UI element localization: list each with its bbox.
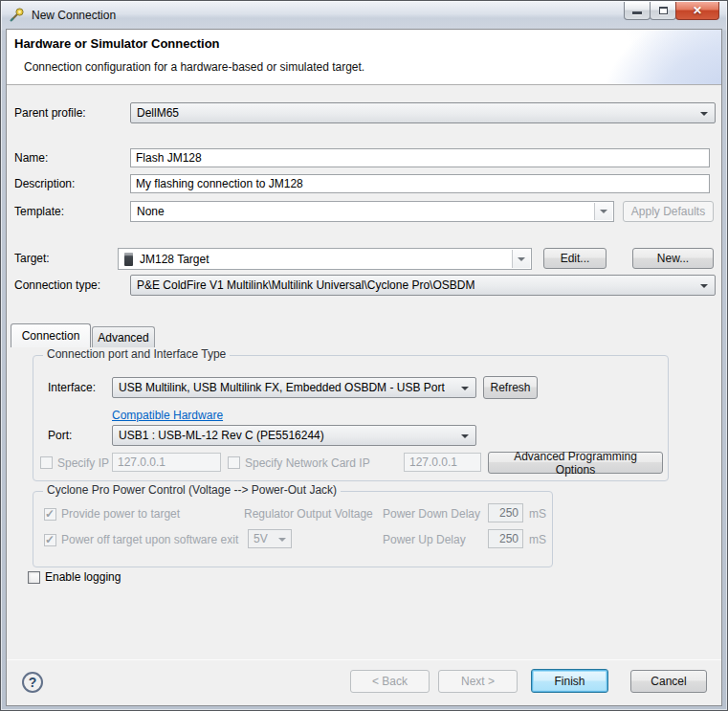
- minimize-button[interactable]: [624, 2, 651, 20]
- description-input[interactable]: [130, 174, 710, 193]
- specify-ip-checkbox: [40, 456, 53, 469]
- maximize-button[interactable]: [650, 2, 676, 20]
- port-value: USB1 : USB-ML-12 Rev C (PE5516244): [119, 429, 324, 442]
- chevron-down-icon: [461, 387, 469, 390]
- voltage-value: 5V: [254, 532, 268, 545]
- parent-profile-value: DellM65: [137, 106, 179, 120]
- target-device-icon: [124, 253, 133, 266]
- template-value: None: [137, 205, 165, 218]
- power-up-delay-unit: mS: [529, 531, 546, 548]
- port-select[interactable]: USB1 : USB-ML-12 Rev C (PE5516244): [112, 425, 476, 446]
- name-input[interactable]: [130, 148, 710, 167]
- new-button[interactable]: New...: [632, 248, 714, 269]
- parent-profile-select[interactable]: DellM65: [130, 102, 716, 123]
- chevron-down-icon: [518, 257, 525, 261]
- next-button: Next >: [438, 670, 518, 693]
- advanced-programming-options-button[interactable]: Advanced Programming Options: [488, 452, 663, 474]
- help-button[interactable]: ?: [22, 672, 43, 693]
- tab-advanced[interactable]: Advanced: [92, 326, 155, 347]
- power-up-delay-label: Power Up Delay: [383, 531, 466, 548]
- parent-profile-label: Parent profile:: [14, 102, 86, 123]
- template-dropdown-button[interactable]: [594, 203, 612, 220]
- power-down-delay-input: [488, 503, 523, 522]
- connection-type-select[interactable]: P&E ColdFire V1 Multilink\Multilink Univ…: [130, 275, 716, 296]
- port-group-title: Connection port and Interface Type: [43, 347, 230, 361]
- regulator-output-voltage-label: Regulator Output Voltage: [244, 505, 373, 522]
- window-title: New Connection: [32, 2, 116, 29]
- chevron-down-icon: [700, 284, 708, 288]
- specify-ip-label: Specify IP: [57, 454, 109, 473]
- finish-button[interactable]: Finish: [531, 669, 608, 693]
- apply-defaults-button: Apply Defaults: [623, 201, 714, 222]
- target-label: Target:: [14, 248, 50, 270]
- target-value: JM128 Target: [140, 253, 210, 266]
- connection-type-label: Connection type:: [14, 275, 100, 296]
- specify-network-card-ip-checkbox: [228, 456, 240, 469]
- connection-type-value: P&E ColdFire V1 Multilink\Multilink Univ…: [137, 278, 474, 292]
- window-controls: ✕: [625, 2, 719, 20]
- chevron-down-icon: [600, 210, 607, 213]
- interface-select[interactable]: USB Multilink, USB Multilink FX, Embedde…: [112, 377, 476, 398]
- page-title: Hardware or Simulator Connection: [14, 36, 220, 51]
- page-subtitle: Connection configuration for a hardware-…: [24, 60, 364, 74]
- network-card-ip-input: [404, 453, 481, 472]
- description-label: Description:: [14, 174, 75, 193]
- enable-logging-label: Enable logging: [45, 568, 121, 586]
- ip-address-input: [112, 453, 221, 472]
- name-label: Name:: [14, 148, 48, 167]
- power-down-delay-unit: mS: [529, 505, 546, 522]
- chevron-down-icon: [461, 434, 469, 438]
- back-button: < Back: [350, 670, 430, 693]
- interface-value: USB Multilink, USB Multilink FX, Embedde…: [119, 381, 445, 394]
- port-label: Port:: [48, 425, 72, 446]
- app-icon: [10, 8, 25, 23]
- refresh-button[interactable]: Refresh: [483, 376, 538, 399]
- template-label: Template:: [14, 201, 64, 222]
- provide-power-label: Provide power to target: [61, 505, 180, 522]
- target-select[interactable]: JM128 Target: [118, 248, 532, 270]
- template-select[interactable]: None: [130, 201, 614, 222]
- client-area: Hardware or Simulator Connection Connect…: [6, 29, 722, 706]
- close-icon: ✕: [693, 4, 702, 17]
- specify-network-card-ip-label: Specify Network Card IP: [245, 454, 370, 473]
- restore-icon: [659, 7, 668, 14]
- footer-separator: [7, 659, 721, 660]
- power-down-delay-label: Power Down Delay: [383, 505, 480, 522]
- power-group-title: Cyclone Pro Power Control (Voltage --> P…: [43, 483, 341, 497]
- compatible-hardware-link[interactable]: Compatible Hardware: [112, 409, 223, 422]
- target-dropdown-button[interactable]: [512, 250, 530, 268]
- help-icon: ?: [29, 675, 37, 690]
- provide-power-checkbox: [44, 508, 56, 521]
- interface-label: Interface:: [48, 377, 96, 398]
- titlebar: New Connection ✕: [2, 2, 726, 29]
- chevron-down-icon: [700, 112, 708, 116]
- close-button[interactable]: ✕: [675, 2, 719, 20]
- enable-logging-checkbox[interactable]: [28, 571, 40, 584]
- chevron-down-icon: [278, 538, 286, 542]
- header-banner: Hardware or Simulator Connection Connect…: [7, 30, 721, 85]
- voltage-select: 5V: [248, 529, 292, 548]
- power-off-label: Power off target upon software exit: [61, 531, 238, 548]
- tab-connection[interactable]: Connection: [11, 323, 91, 347]
- edit-button[interactable]: Edit...: [543, 248, 607, 269]
- power-group: Cyclone Pro Power Control (Voltage --> P…: [33, 491, 553, 567]
- power-off-checkbox: [44, 534, 56, 546]
- port-group: Connection port and Interface Type Inter…: [33, 355, 669, 481]
- cancel-button[interactable]: Cancel: [630, 670, 707, 693]
- window: New Connection ✕ Hardware or Simulator C…: [0, 0, 728, 711]
- minimize-icon: [632, 11, 642, 14]
- power-up-delay-input: [488, 529, 523, 548]
